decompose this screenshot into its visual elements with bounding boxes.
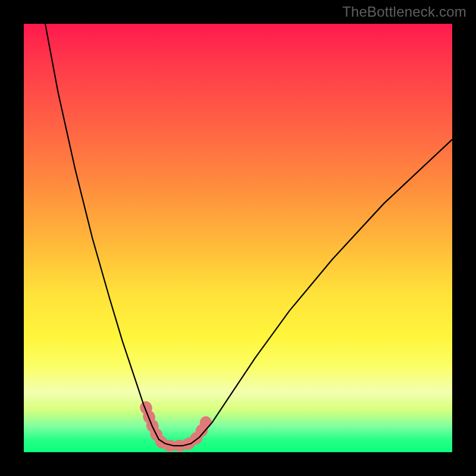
curve-svg <box>24 24 452 452</box>
highlight-dots <box>146 407 206 446</box>
bottleneck-curve <box>45 24 452 446</box>
watermark-text: TheBottleneck.com <box>342 4 466 20</box>
chart-frame: TheBottleneck.com <box>0 0 476 476</box>
plot-area <box>24 24 452 452</box>
